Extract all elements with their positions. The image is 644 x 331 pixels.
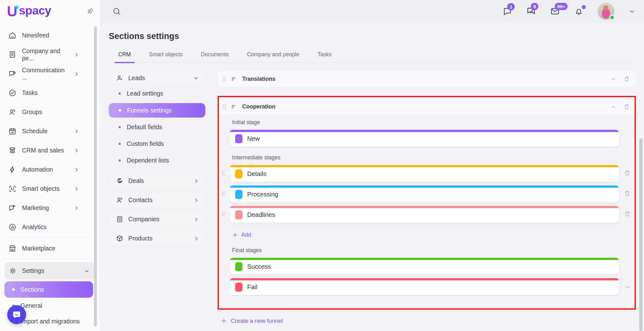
collapse-chevron-up-icon[interactable] — [610, 103, 617, 110]
content-area: Sections settings CRM Smart objects Docu… — [100, 23, 644, 331]
sidebar-item-marketplace[interactable]: Marketplace — [0, 239, 79, 258]
user-avatar[interactable] — [597, 3, 614, 20]
stage-color-swatch[interactable] — [235, 134, 242, 143]
subnav-item-deals[interactable]: Deals — [109, 174, 205, 188]
sidebar-item-label: Newsfeed — [22, 32, 49, 39]
sidebar-scrollbar[interactable] — [94, 26, 97, 327]
delete-stage-icon[interactable] — [624, 210, 631, 217]
person-plus-icon — [116, 74, 124, 82]
stage-input-new[interactable]: New — [230, 130, 619, 146]
fail-chevron-down-icon[interactable] — [625, 284, 631, 290]
sidebar-item-sections[interactable]: Sections — [4, 281, 93, 298]
search-icon[interactable] — [112, 7, 121, 16]
bell-button[interactable] — [574, 7, 584, 16]
stage-color-swatch[interactable] — [235, 210, 242, 219]
drag-handle-icon[interactable] — [222, 104, 227, 110]
sidebar-item-schedule[interactable]: Schedule — [0, 122, 79, 141]
stage-input-success[interactable]: Success — [230, 258, 619, 274]
sidebar-item-newsfeed[interactable]: Newsfeed — [0, 26, 79, 45]
subnav-item-funnels-settings[interactable]: Funnels settings — [109, 103, 205, 118]
stage-name: Deadlines — [247, 211, 275, 218]
funnel-translations-header[interactable]: Translations — [218, 71, 636, 87]
subnav-item-companies[interactable]: Companies — [109, 212, 205, 226]
stage-input-deadlines[interactable]: Deadlines — [230, 206, 619, 223]
delete-funnel-icon[interactable] — [623, 103, 630, 110]
app-root: U spacy Newsfeed Company and pe... Commu… — [0, 0, 644, 331]
add-stage-label: Add — [241, 232, 251, 238]
chat-phone-icon — [8, 69, 17, 78]
chevron-right-icon — [74, 167, 79, 173]
stage-name: Details — [247, 170, 266, 178]
stage-row-success: Success — [230, 258, 619, 274]
expand-chevron-down-icon[interactable] — [610, 76, 617, 82]
stage-group-label: Initial stage — [232, 119, 636, 126]
subnav-item-lead-settings[interactable]: Lead settings — [109, 85, 205, 102]
stage-row-deadlines: Deadlines — [230, 206, 619, 223]
drag-handle-icon[interactable] — [221, 211, 226, 218]
sidebar-item-label: Groups — [22, 108, 42, 116]
delete-stage-icon[interactable] — [624, 190, 631, 197]
delete-funnel-icon[interactable] — [623, 75, 630, 82]
sidebar-item-communication[interactable]: Communication ... — [0, 64, 79, 83]
intercom-chat-button[interactable] — [7, 305, 26, 324]
funnel-cooperation-header[interactable]: Cooperation — [218, 99, 636, 114]
tab-crm[interactable]: CRM — [116, 51, 133, 63]
stage-color-swatch[interactable] — [235, 283, 242, 292]
stage-input-processing[interactable]: Processing — [230, 185, 619, 202]
tab-documents[interactable]: Documents — [199, 51, 231, 63]
chevron-right-icon — [74, 205, 79, 211]
subnav-label: Funnels settings — [127, 107, 172, 114]
stage-name: Processing — [247, 191, 278, 198]
sidebar-item-label: Smart objects — [22, 185, 59, 192]
subnav-item-custom-fields[interactable]: Custom fields — [109, 135, 205, 152]
tab-tasks[interactable]: Tasks — [316, 51, 334, 63]
chat-notifications-button[interactable]: 1 — [502, 7, 512, 16]
funnel-filter-icon — [230, 103, 237, 110]
sidebar-item-company-and-people[interactable]: Company and pe... — [0, 45, 79, 64]
stage-input-details[interactable]: Details — [230, 165, 619, 182]
subnav-item-leads[interactable]: Leads — [109, 71, 205, 85]
stage-color-swatch[interactable] — [235, 190, 242, 199]
group-chat-button[interactable]: 9 — [526, 6, 536, 16]
subnav-item-dependent-lists[interactable]: Dependent lists — [109, 152, 205, 169]
subnav-item-default-fields[interactable]: Default fields — [109, 119, 205, 135]
funnel-name: Cooperation — [242, 103, 275, 110]
uspacy-logo[interactable]: U spacy — [7, 4, 51, 19]
stage-color-swatch[interactable] — [235, 169, 242, 179]
subnav-group: Companies — [109, 212, 205, 226]
sidebar-item-smart-objects[interactable]: Smart objects — [0, 179, 79, 198]
profile-chevron-down-icon[interactable] — [628, 8, 636, 15]
tab-company-and-people[interactable]: Company and people — [245, 51, 301, 63]
stage-color-swatch[interactable] — [235, 262, 242, 271]
sidebar-item-crm-and-sales[interactable]: CRM and sales — [0, 141, 79, 160]
add-stage-button[interactable]: Add — [232, 232, 251, 238]
sidebar-item-groups[interactable]: Groups — [0, 102, 79, 122]
sidebar-item-tasks[interactable]: Tasks — [0, 83, 79, 102]
tab-smart-objects[interactable]: Smart objects — [147, 51, 185, 63]
pin-sidebar-icon[interactable] — [86, 7, 94, 15]
building-icon — [8, 50, 17, 59]
stage-name: New — [247, 135, 260, 142]
drag-handle-icon[interactable] — [222, 76, 227, 82]
plus-icon — [232, 232, 238, 238]
sidebar-item-marketing[interactable]: Marketing — [0, 198, 79, 218]
mail-badge: 99+ — [555, 3, 568, 10]
drag-handle-icon[interactable] — [221, 170, 226, 177]
stage-color-bar — [230, 165, 619, 167]
sidebar-item-label: Schedule — [22, 128, 47, 135]
sidebar-item-analytics[interactable]: Analytics — [0, 218, 79, 237]
sidebar-item-label: Analytics — [22, 223, 47, 231]
sidebar-item-settings[interactable]: Settings — [4, 262, 96, 279]
stage-input-fail[interactable]: Fail — [230, 278, 619, 295]
chevron-right-icon — [74, 129, 79, 134]
subnav-item-products[interactable]: Products — [109, 231, 205, 245]
sidebar-item-automation[interactable]: Automation — [0, 160, 79, 179]
main-scrollbar[interactable] — [639, 138, 642, 331]
subnav-label: Default fields — [127, 124, 162, 131]
drag-handle-icon[interactable] — [221, 190, 226, 197]
subnav-item-contacts[interactable]: Contacts — [109, 193, 205, 207]
mail-button[interactable]: 99+ — [550, 6, 560, 16]
create-new-funnel-button[interactable]: Create a new funnel — [221, 317, 283, 324]
stage-color-bar — [230, 258, 619, 260]
delete-stage-icon[interactable] — [624, 169, 631, 176]
